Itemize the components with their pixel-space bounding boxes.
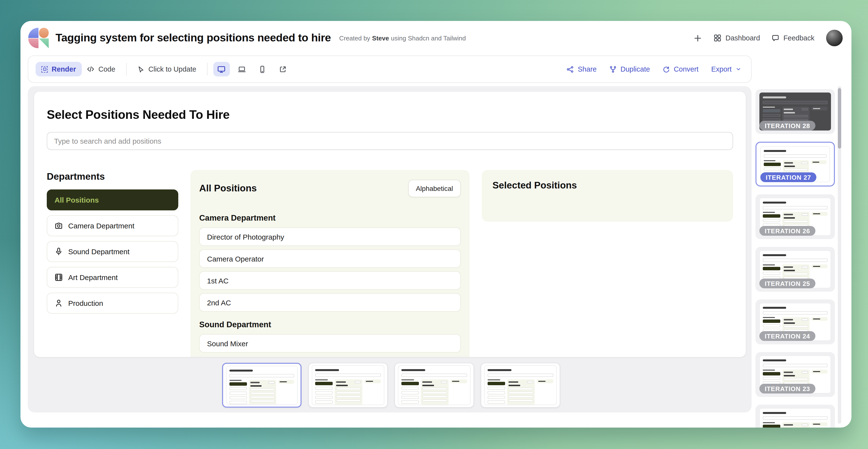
byline-prefix: Created by [339, 34, 370, 42]
duplicate-label: Duplicate [621, 65, 650, 73]
user-avatar[interactable] [826, 30, 843, 46]
all-positions-panel: All Positions Alphabetical Camera Depart… [190, 170, 470, 357]
iterations-sidebar: ITERATION 28 ITERATION 27 ITERATION 26 I… [755, 55, 848, 427]
group-heading-sound: Sound Department [199, 320, 461, 329]
byline: Created by Steve using Shadcn and Tailwi… [339, 34, 466, 42]
plus-icon [694, 34, 702, 42]
code-tab[interactable]: Code [82, 62, 120, 76]
device-desktop-button[interactable] [213, 62, 230, 76]
feedback-label: Feedback [783, 34, 814, 42]
magic-patterns-logo-icon[interactable] [28, 28, 49, 48]
preview-canvas: Select Positions Needed To Hire Departme… [28, 86, 752, 413]
app-mini-preview [226, 366, 298, 405]
department-label: Art Department [68, 273, 118, 282]
device-toggle-group [213, 62, 291, 76]
position-row[interactable]: Director of Photography [199, 227, 461, 246]
app-window: Tagging system for selecting positions n… [21, 21, 851, 427]
render-tab[interactable]: Render [36, 62, 82, 76]
iteration-card-25[interactable]: ITERATION 25 [755, 247, 835, 292]
department-button-all-positions[interactable]: All Positions [47, 189, 178, 211]
department-button-art[interactable]: Art Department [47, 267, 178, 288]
position-search-input[interactable] [47, 132, 733, 150]
alphabetical-sort-button[interactable]: Alphabetical [408, 180, 461, 197]
rendered-app-card: Select Positions Needed To Hire Departme… [34, 91, 746, 357]
position-row[interactable]: 2nd AC [199, 293, 461, 312]
iteration-thumbnail [760, 408, 831, 427]
refresh-icon [663, 65, 670, 73]
share-button[interactable]: Share [566, 62, 596, 76]
department-button-sound[interactable]: Sound Department [47, 241, 178, 262]
render-frame-icon [41, 66, 48, 72]
department-label: Production [68, 299, 103, 307]
iteration-card-26[interactable]: ITERATION 26 [755, 194, 835, 239]
sidebar-scrollbar-thumb[interactable] [838, 88, 841, 149]
iteration-card-24[interactable]: ITERATION 24 [755, 299, 835, 344]
selected-positions-heading: Selected Positions [492, 180, 722, 191]
app-mini-preview [312, 365, 384, 405]
convert-button[interactable]: Convert [663, 62, 699, 76]
position-row[interactable]: Sound Mixer [199, 334, 461, 353]
app-columns: Departments All Positions Camera Departm… [47, 170, 733, 357]
department-label: Camera Department [68, 222, 134, 230]
click-to-update-button[interactable]: Click to Update [132, 62, 201, 76]
iteration-card-23[interactable]: ITERATION 23 [755, 352, 835, 397]
version-carousel [222, 363, 560, 408]
project-title: Tagging system for selecting positions n… [56, 32, 331, 44]
byline-suffix: using Shadcn and Tailwind [391, 34, 466, 42]
department-button-production[interactable]: Production [47, 293, 178, 314]
all-positions-heading: All Positions [199, 183, 257, 194]
chevron-down-icon [736, 66, 741, 72]
feedback-button[interactable]: Feedback [772, 34, 814, 42]
editor-toolbar: Render Code Click to Update [28, 56, 752, 83]
carousel-card[interactable] [222, 363, 302, 408]
position-row[interactable]: 1st AC [199, 271, 461, 290]
iteration-badge: ITERATION 28 [760, 121, 815, 130]
code-icon [87, 65, 94, 73]
carousel-card[interactable] [308, 363, 388, 408]
export-label: Export [711, 65, 732, 73]
department-button-camera[interactable]: Camera Department [47, 215, 178, 236]
iteration-badge: ITERATION 23 [760, 384, 815, 393]
export-button[interactable]: Export [711, 62, 741, 76]
toolbar-divider [126, 63, 126, 75]
app-mini-preview [484, 365, 557, 405]
iteration-badge: ITERATION 26 [760, 226, 815, 236]
department-label: Sound Department [68, 247, 130, 256]
duplicate-button[interactable]: Duplicate [609, 62, 650, 76]
position-row[interactable]: Camera Operator [199, 249, 461, 268]
iteration-badge: ITERATION 27 [761, 172, 816, 182]
editor-column: Render Code Click to Update [28, 55, 752, 413]
iteration-card-27[interactable]: ITERATION 27 [755, 142, 835, 187]
departments-column: Departments All Positions Camera Departm… [47, 170, 178, 319]
share-label: Share [578, 65, 596, 73]
laptop-icon [238, 65, 246, 73]
header-actions: Dashboard Feedback [694, 30, 843, 46]
departments-heading: Departments [47, 171, 178, 182]
feedback-bubble-icon [772, 34, 780, 42]
window-header: Tagging system for selecting positions n… [21, 21, 851, 55]
iteration-badge: ITERATION 25 [760, 279, 815, 288]
microphone-icon [55, 247, 63, 256]
code-label: Code [98, 65, 115, 73]
carousel-card[interactable] [481, 363, 560, 408]
device-laptop-button[interactable] [234, 62, 250, 76]
mobile-phone-icon [258, 65, 267, 73]
iteration-badge: ITERATION 24 [760, 331, 815, 341]
cursor-icon [137, 65, 145, 73]
open-preview-button[interactable] [275, 62, 291, 76]
group-heading-camera: Camera Department [199, 213, 461, 223]
device-mobile-button[interactable] [254, 62, 271, 76]
desktop-monitor-icon [217, 65, 226, 73]
dashboard-label: Dashboard [725, 34, 760, 42]
new-project-button[interactable] [694, 34, 702, 42]
carousel-card[interactable] [395, 363, 474, 408]
iteration-card-partial[interactable] [755, 405, 835, 427]
byline-author: Steve [372, 34, 389, 42]
dashboard-grid-icon [714, 34, 722, 42]
dashboard-button[interactable]: Dashboard [714, 34, 760, 42]
iteration-card-28[interactable]: ITERATION 28 [755, 89, 835, 134]
camera-icon [55, 222, 63, 230]
convert-label: Convert [674, 65, 699, 73]
page: { "header": { "title": "Tagging system f… [0, 0, 868, 449]
toolbar-divider [207, 63, 208, 75]
